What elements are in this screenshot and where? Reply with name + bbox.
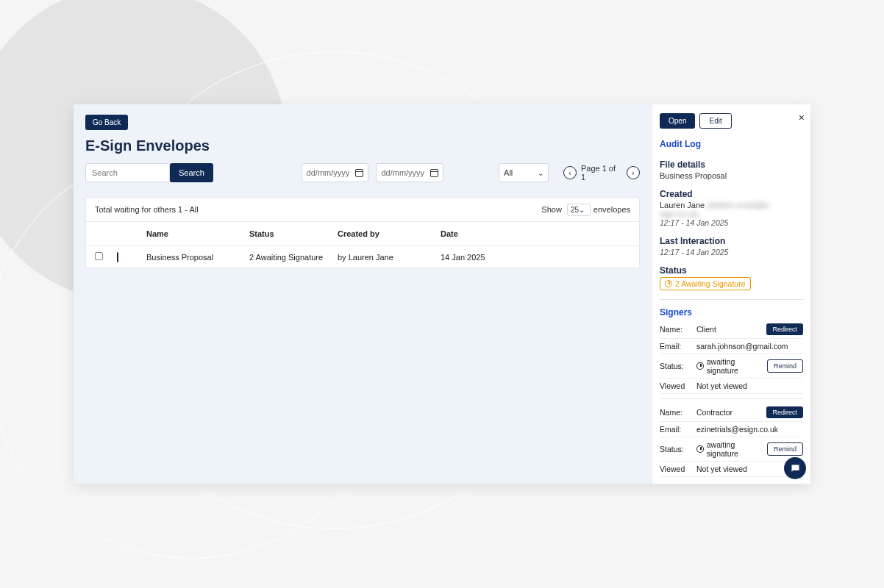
pager-prev-button[interactable]: ‹ (563, 166, 577, 179)
signer-name: Client (696, 325, 766, 334)
audit-log-link[interactable]: Audit Log (660, 139, 803, 149)
created-by-name: Lauren Jane (660, 201, 705, 209)
signer-name: Contractor (696, 408, 766, 417)
signer-status-label: Status: (660, 445, 696, 453)
pager-text: Page 1 of 1 (581, 164, 622, 182)
row-date: 14 Jan 2025 (441, 253, 529, 262)
go-back-button[interactable]: Go Back (85, 115, 128, 130)
show-label-pre: Show (541, 205, 562, 214)
search-input[interactable] (85, 163, 170, 182)
signer-status-text: awaiting signature (707, 440, 767, 458)
chat-launcher-button[interactable] (784, 457, 806, 479)
col-name: Name (146, 229, 249, 238)
status-title: Status (660, 265, 803, 276)
col-date: Date (441, 229, 529, 238)
search-button[interactable]: Search (170, 163, 213, 182)
chevron-down-icon: ⌄ (538, 169, 543, 177)
calendar-icon (355, 169, 363, 177)
date-from-input[interactable]: dd/mm/yyyy (302, 163, 369, 182)
filter-selected-value: All (504, 168, 513, 177)
signer-email: ezinetrials@esign.co.uk (696, 425, 803, 434)
table-summary: Total waiting for others 1 - All (95, 205, 199, 214)
status-badge: 2 Awaiting Signature (660, 277, 751, 290)
signer-email-label: Email: (660, 425, 696, 434)
signers-title: Signers (660, 307, 803, 318)
page-size-select[interactable]: 25⌄ (567, 204, 591, 216)
row-name: Business Proposal (146, 253, 249, 262)
pager: ‹ Page 1 of 1 › (563, 164, 640, 182)
signer-status-text: awaiting signature (707, 357, 767, 375)
close-icon[interactable]: × (799, 112, 805, 123)
pager-next-button[interactable]: › (627, 166, 640, 179)
last-interaction-title: Last Interaction (660, 236, 803, 246)
page-title: E-Sign Envelopes (85, 137, 640, 154)
open-button[interactable]: Open (660, 113, 695, 129)
remind-button[interactable]: Remind (767, 442, 803, 456)
row-checkbox[interactable] (95, 252, 103, 260)
show-label-post: envelopes (594, 205, 630, 214)
row-created-by: by Lauren Jane (338, 253, 441, 262)
created-title: Created (660, 189, 803, 199)
signer-status-label: Status: (660, 362, 696, 370)
date-to-input[interactable]: dd/mm/yyyy (376, 163, 443, 182)
edit-button[interactable]: Edit (699, 113, 731, 129)
clock-icon (665, 280, 672, 287)
page-size-value: 25 (571, 206, 579, 214)
signer-viewed-label: Viewed (660, 381, 696, 390)
remind-button[interactable]: Remind (767, 359, 803, 373)
date-to-placeholder: dd/mm/yyyy (381, 168, 424, 177)
document-icon (117, 252, 118, 262)
signer-status: awaiting signature (696, 440, 767, 458)
signer-viewed-label: Viewed (660, 465, 696, 473)
calendar-icon (430, 169, 438, 177)
table-show-control: Show 25⌄ envelopes (541, 205, 630, 214)
clock-icon (696, 362, 704, 370)
status-value: 2 Awaiting Signature (675, 279, 746, 288)
clock-icon (696, 445, 704, 453)
signer-email: sarah.johnson@gmail.com (696, 342, 803, 351)
col-created-by: Created by (338, 229, 441, 238)
table-summary-bar: Total waiting for others 1 - All Show 25… (86, 198, 639, 222)
app-window: Go Back E-Sign Envelopes Search dd/mm/yy… (74, 104, 810, 484)
table-row[interactable]: Business Proposal 2 Awaiting Signature b… (86, 246, 639, 268)
col-status: Status (249, 229, 338, 238)
redirect-button[interactable]: Redirect (766, 406, 803, 418)
table-header-row: Name Status Created by Date (86, 222, 639, 246)
file-details-title: File details (660, 159, 803, 170)
envelopes-table: Total waiting for others 1 - All Show 25… (85, 197, 640, 268)
file-name: Business Proposal (660, 171, 803, 180)
signer-name-label: Name: (660, 408, 696, 417)
signer-status: awaiting signature (696, 357, 767, 375)
controls-bar: Search dd/mm/yyyy dd/mm/yyyy All ⌄ ‹ Pag… (85, 163, 640, 182)
main-panel: Go Back E-Sign Envelopes Search dd/mm/yy… (74, 104, 652, 484)
redirect-button[interactable]: Redirect (766, 323, 803, 335)
signer-name-label: Name: (660, 325, 696, 334)
last-interaction-timestamp: 12:17 - 14 Jan 2025 (660, 248, 803, 257)
created-timestamp: 12:17 - 14 Jan 2025 (660, 218, 803, 227)
row-status: 2 Awaiting Signature (249, 253, 338, 262)
details-panel: × Open Edit Audit Log File details Busin… (652, 104, 810, 484)
date-from-placeholder: dd/mm/yyyy (307, 168, 350, 177)
chevron-down-icon: ⌄ (579, 206, 585, 214)
filter-select[interactable]: All ⌄ (499, 163, 549, 182)
signer-viewed: Not yet viewed (696, 381, 803, 390)
signer-email-label: Email: (660, 342, 696, 351)
